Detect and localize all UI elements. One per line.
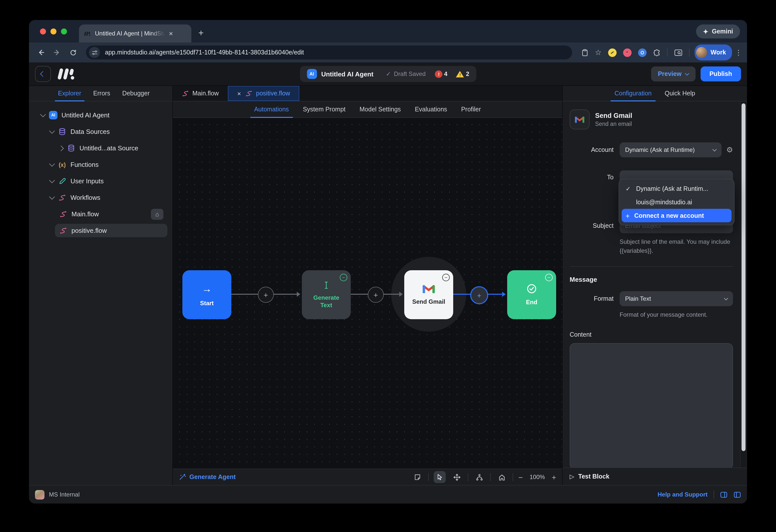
home-view-icon[interactable] <box>496 471 508 483</box>
app-header: AI Untitled AI Agent ✓ Draft Saved ! 4 !… <box>29 62 747 86</box>
add-step-button-active[interactable]: + <box>470 286 488 304</box>
mindstudio-logo[interactable] <box>57 67 76 80</box>
url-bar[interactable]: app.mindstudio.ai/agents/e150df71-10f1-4… <box>86 45 572 59</box>
close-window-button[interactable] <box>40 28 46 34</box>
workspace-name[interactable]: MS Internal <box>49 491 80 498</box>
app-back-button[interactable] <box>35 66 51 82</box>
sparkle-icon: ✦ <box>703 28 708 35</box>
chevron-down-icon[interactable] <box>49 178 55 183</box>
publish-button[interactable]: Publish <box>701 66 741 81</box>
status-bar: MS Internal Help and Support <box>29 485 747 504</box>
account-dropdown-menu: ✓ Dynamic (Ask at Runtim... louis@mindst… <box>619 179 735 225</box>
extension-yellow-icon[interactable] <box>608 48 617 57</box>
workflow-icon <box>59 210 67 218</box>
back-icon[interactable] <box>34 45 48 59</box>
tree-item-agent-root[interactable]: AI Untitled AI Agent <box>37 108 167 122</box>
to-label: To <box>570 174 620 181</box>
tab-configuration[interactable]: Configuration <box>615 86 652 101</box>
comment-note-icon[interactable] <box>411 471 423 483</box>
workflow-canvas[interactable]: + + + → Start − Generate Text <box>173 118 562 469</box>
node-generate-text[interactable]: − Generate Text <box>302 270 351 319</box>
tab-explorer[interactable]: Explorer <box>58 86 81 101</box>
tree-item-user-inputs[interactable]: User Inputs <box>46 174 167 188</box>
bookmark-star-icon[interactable]: ☆ <box>595 48 602 57</box>
chevron-down-icon[interactable] <box>49 194 55 200</box>
menu-item-dynamic[interactable]: ✓ Dynamic (Ask at Runtim... <box>622 182 732 195</box>
tab-quick-help[interactable]: Quick Help <box>664 86 695 101</box>
subtab-system-prompt[interactable]: System Prompt <box>303 101 346 117</box>
chevron-right-icon[interactable] <box>58 146 64 151</box>
tree-item-positive-flow[interactable]: positive.flow <box>55 224 167 237</box>
file-tab-positive-flow[interactable]: × positive.flow <box>228 86 300 101</box>
browser-menu-icon[interactable]: ⋮ <box>735 48 742 56</box>
preview-button[interactable]: Preview <box>651 66 696 81</box>
content-textarea[interactable] <box>570 343 733 468</box>
gear-icon[interactable]: ⚙ <box>726 146 733 154</box>
menu-item-account-email[interactable]: louis@mindstudio.ai <box>622 195 732 209</box>
tree-item-data-sources[interactable]: Data Sources <box>46 125 167 139</box>
add-step-button[interactable]: + <box>368 287 384 303</box>
subject-label: Subject <box>570 222 620 229</box>
panel-scrollbar <box>740 101 746 468</box>
node-start[interactable]: → Start <box>182 270 231 319</box>
generate-agent-button[interactable]: Generate Agent <box>179 474 236 481</box>
chevron-down-icon[interactable] <box>40 112 46 117</box>
tab-errors[interactable]: Errors <box>93 86 110 101</box>
minimize-window-button[interactable] <box>50 28 56 34</box>
toggle-right-panel-icon[interactable] <box>720 491 728 498</box>
tab-close-icon[interactable]: × <box>169 30 173 37</box>
agent-title-pill[interactable]: AI Untitled AI Agent ✓ Draft Saved ! 4 !… <box>300 66 476 82</box>
subtab-evaluations[interactable]: Evaluations <box>415 101 447 117</box>
warning-count: 2 <box>466 70 469 77</box>
reload-icon[interactable] <box>66 45 80 59</box>
workspace-avatar[interactable] <box>35 490 44 499</box>
tree-item-main-flow[interactable]: Main.flow ⌂ <box>55 207 167 221</box>
zoom-out-button[interactable]: − <box>519 473 523 481</box>
add-step-button[interactable]: + <box>258 287 274 303</box>
tree-item-functions[interactable]: (x) Functions <box>46 158 167 171</box>
toolbar-icons: ☆ <box>581 48 690 57</box>
forward-icon[interactable] <box>50 45 64 59</box>
collapse-minus-icon[interactable]: − <box>442 274 450 281</box>
help-and-support-link[interactable]: Help and Support <box>657 491 708 498</box>
tab-search-icon[interactable] <box>674 49 683 56</box>
gemini-button[interactable]: ✦ Gemini <box>696 24 740 38</box>
zoom-in-button[interactable]: + <box>552 473 556 481</box>
subtab-automations[interactable]: Automations <box>254 101 289 117</box>
error-counter[interactable]: ! 4 <box>435 70 447 78</box>
format-select[interactable]: Plain Text <box>620 291 733 306</box>
canvas-toolbar: Generate Agent <box>173 469 562 485</box>
toggle-left-panel-icon[interactable] <box>734 491 741 498</box>
browser-tab[interactable]: Untitled AI Agent | MindStudio × <box>79 24 191 42</box>
test-block-bar[interactable]: ▷ Test Block <box>563 468 747 485</box>
collapse-minus-icon[interactable]: − <box>545 274 553 281</box>
node-send-gmail[interactable]: − Send Gmail <box>404 270 453 319</box>
collapse-minus-icon[interactable]: − <box>340 274 347 281</box>
menu-item-connect-account[interactable]: + Connect a new account <box>622 209 732 222</box>
extensions-puzzle-icon[interactable] <box>653 49 660 56</box>
subtab-profiler[interactable]: Profiler <box>461 101 481 117</box>
warning-counter[interactable]: ! 2 <box>452 70 469 78</box>
select-cursor-tool[interactable] <box>434 471 446 483</box>
site-settings-icon[interactable] <box>89 47 100 58</box>
profile-button[interactable]: Work <box>695 44 732 60</box>
new-tab-button[interactable]: + <box>198 28 204 38</box>
auto-layout-icon[interactable] <box>473 471 486 483</box>
save-clipboard-icon[interactable] <box>581 49 588 56</box>
tree-item-untitled-data-source[interactable]: Untitled...ata Source <box>55 142 167 155</box>
scrollbar-thumb[interactable] <box>741 103 745 451</box>
subtab-model-settings[interactable]: Model Settings <box>360 101 401 117</box>
account-select[interactable]: Dynamic (Ask at Runtime) <box>620 143 721 157</box>
chevron-down-icon[interactable] <box>49 128 55 134</box>
extension-pink-icon[interactable] <box>623 48 632 57</box>
tree-item-workflows[interactable]: Workflows <box>46 191 167 204</box>
file-tab-main-flow[interactable]: Main.flow <box>173 86 228 101</box>
format-label: Format <box>570 295 620 302</box>
pan-move-tool[interactable] <box>451 471 463 483</box>
tab-debugger[interactable]: Debugger <box>122 86 150 101</box>
extension-blue-icon[interactable] <box>638 48 646 57</box>
maximize-window-button[interactable] <box>61 28 67 34</box>
node-end[interactable]: − End <box>507 270 556 319</box>
chevron-down-icon[interactable] <box>49 161 55 167</box>
close-icon[interactable]: × <box>237 90 241 97</box>
